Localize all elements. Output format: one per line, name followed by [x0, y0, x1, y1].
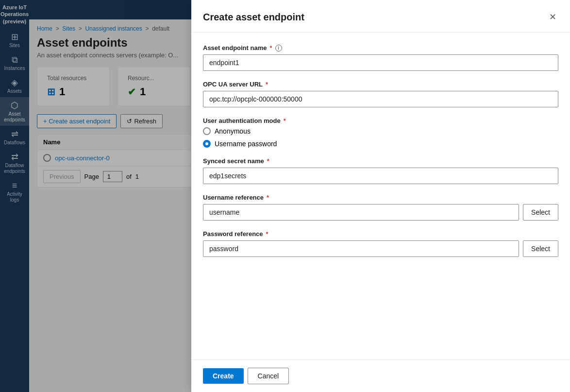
- endpoint-name-label: Asset endpoint name * i: [203, 44, 558, 51]
- modal-title: Create asset endpoint: [203, 12, 304, 23]
- required-star: *: [267, 194, 269, 201]
- radio-anonymous-label: Anonymous: [215, 127, 251, 135]
- password-ref-row: Select: [203, 240, 558, 257]
- required-star: *: [266, 230, 268, 238]
- opc-ua-url-group: OPC UA server URL *: [203, 81, 558, 107]
- close-button[interactable]: ✕: [547, 10, 558, 24]
- required-star: *: [269, 44, 272, 51]
- username-ref-row: Select: [203, 204, 558, 221]
- info-icon: i: [275, 45, 282, 51]
- radio-circle-username: [203, 140, 211, 148]
- required-star: *: [266, 81, 268, 88]
- username-ref-group: Username reference * Select: [203, 194, 558, 221]
- required-star: *: [284, 117, 286, 124]
- username-ref-select-button[interactable]: Select: [523, 204, 558, 221]
- create-button[interactable]: Create: [203, 368, 244, 384]
- password-ref-input[interactable]: [203, 240, 519, 257]
- radio-circle-anonymous: [203, 127, 211, 135]
- password-ref-group: Password reference * Select: [203, 230, 558, 257]
- opc-ua-url-input[interactable]: [203, 91, 558, 107]
- required-star: *: [267, 157, 269, 165]
- password-ref-select-button[interactable]: Select: [523, 240, 558, 257]
- endpoint-name-group: Asset endpoint name * i: [203, 44, 558, 71]
- radio-username-password[interactable]: Username password: [203, 140, 558, 148]
- modal-body: Asset endpoint name * i OPC UA server UR…: [191, 33, 570, 359]
- modal-header: Create asset endpoint ✕: [191, 0, 570, 33]
- synced-secret-group: Synced secret name *: [203, 157, 558, 184]
- opc-ua-url-label: OPC UA server URL *: [203, 81, 558, 88]
- auth-mode-label: User authentication mode *: [203, 117, 558, 124]
- synced-secret-label: Synced secret name *: [203, 157, 558, 165]
- endpoint-name-input[interactable]: [203, 54, 558, 71]
- password-ref-label: Password reference *: [203, 230, 558, 238]
- synced-secret-input[interactable]: [203, 168, 558, 184]
- radio-username-label: Username password: [215, 140, 277, 148]
- cancel-button[interactable]: Cancel: [248, 368, 289, 384]
- radio-group: Anonymous Username password: [203, 127, 558, 148]
- radio-anonymous[interactable]: Anonymous: [203, 127, 558, 135]
- auth-mode-group: User authentication mode * Anonymous Use…: [203, 117, 558, 148]
- username-ref-input[interactable]: [203, 204, 519, 221]
- username-ref-label: Username reference *: [203, 194, 558, 201]
- modal-footer: Create Cancel: [191, 359, 570, 392]
- modal-panel: Create asset endpoint ✕ Asset endpoint n…: [191, 0, 570, 392]
